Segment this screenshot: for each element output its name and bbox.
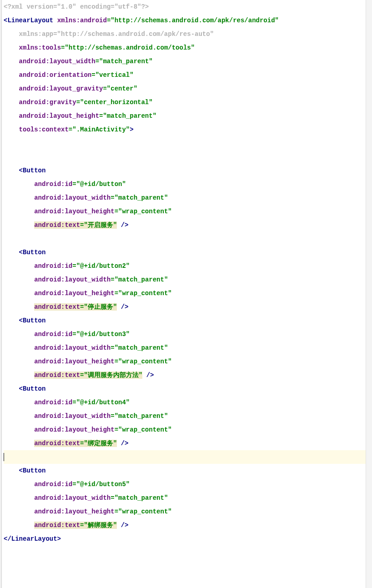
button-attr: android:layout_width="match_parent" (4, 409, 368, 423)
button-attr: android:id="@+id/button3" (4, 327, 368, 341)
button-attr: android:id="@+id/button" (4, 177, 368, 191)
button-attr: android:id="@+id/button2" (4, 259, 368, 273)
root-attr: xmlns:tools="http://schemas.android.com/… (4, 41, 368, 55)
button-attr: android:text="绑定服务" /> (4, 437, 368, 450)
button-attr: android:text="调用服务内部方法" /> (4, 368, 368, 382)
root-attr: android:layout_gravity="center" (4, 82, 368, 95)
button-attr: android:layout_width="match_parent" (4, 341, 368, 355)
gutter (0, 0, 2, 588)
root-attr: xmlns:app="http://schemas.android.com/ap… (4, 27, 368, 41)
root-attr: android:layout_height="match_parent" (4, 109, 368, 123)
button-attr: android:text="停止服务" /> (4, 300, 368, 314)
button-attr: android:text="开启服务" /> (4, 218, 368, 232)
button-attr: android:layout_height="wrap_content" (4, 423, 368, 437)
button-attr: android:text="解绑服务" /> (4, 518, 368, 532)
code-editor[interactable]: <?xml version="1.0" encoding="utf-8"?><L… (0, 0, 372, 588)
button-attr: android:layout_height="wrap_content" (4, 355, 368, 368)
button-attr: android:layout_height="wrap_content" (4, 505, 368, 518)
root-attr: android:gravity="center_horizontal" (4, 95, 368, 109)
button-attr: android:layout_height="wrap_content" (4, 205, 368, 218)
button-open: <Button (4, 164, 368, 177)
button-open: <Button (4, 464, 368, 477)
root-close: </LinearLayout> (4, 532, 368, 546)
root-open: <LinearLayout xmlns:android="http://sche… (4, 14, 368, 27)
cursor-line (4, 450, 368, 464)
root-attr: android:orientation="vertical" (4, 68, 368, 82)
button-open: <Button (4, 382, 368, 396)
button-attr: android:layout_width="match_parent" (4, 491, 368, 505)
button-attr: android:layout_width="match_parent" (4, 273, 368, 286)
root-attr: tools:context=".MainActivity"> (4, 123, 368, 136)
button-attr: android:id="@+id/button4" (4, 396, 368, 409)
button-attr: android:id="@+id/button5" (4, 477, 368, 491)
button-attr: android:layout_height="wrap_content" (4, 286, 368, 300)
root-attr: android:layout_width="match_parent" (4, 55, 368, 68)
button-open: <Button (4, 246, 368, 259)
button-open: <Button (4, 314, 368, 327)
scrollbar[interactable] (366, 0, 372, 588)
button-attr: android:layout_width="match_parent" (4, 191, 368, 205)
